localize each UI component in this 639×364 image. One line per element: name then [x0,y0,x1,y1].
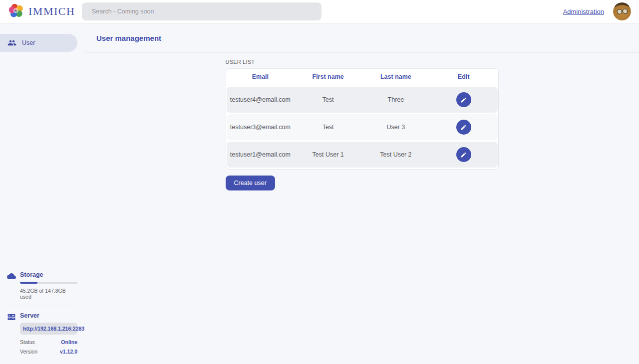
table-row: testuser1@email.com Test User 1 Test Use… [227,142,498,168]
column-header-email: Email [227,73,295,80]
cell-first-name: Test [294,124,362,131]
cell-email: testuser3@email.com [227,124,295,131]
cell-email: testuser4@email.com [227,96,295,103]
server-status-row: Status Online [20,339,77,345]
page-header: User management [85,23,639,53]
users-icon [7,38,16,47]
cell-first-name: Test [294,96,362,103]
server-status-value: Online [61,339,77,345]
server-version-row: Version v1.12.0 [20,349,77,355]
storage-progress-fill [20,282,37,284]
cloud-icon [7,271,16,300]
sidebar-divider [7,306,77,306]
column-header-edit: Edit [430,73,498,80]
storage-title: Storage [20,271,77,278]
user-table: Email First name Last name Edit testuser… [226,68,499,170]
sidebar: User Storage 45.2GB of 147.8GB used [0,23,85,364]
immich-flower-logo-icon [8,2,24,21]
create-user-button[interactable]: Create user [226,176,275,190]
server-section: Server http://192.168.1.216:2283 Status … [0,312,85,358]
table-header-row: Email First name Last name Edit [227,69,498,85]
app-header: IMMICH Administration [0,0,639,23]
server-version-value: v1.12.0 [60,349,77,355]
pencil-icon [460,152,467,158]
server-status-label: Status [20,339,35,345]
cell-email: testuser1@email.com [227,151,295,158]
administration-link[interactable]: Administration [563,8,604,15]
table-row: testuser3@email.com Test User 3 [227,114,498,140]
main-content: User management USER LIST Email First na… [85,23,639,364]
page-title: User management [96,34,161,42]
pencil-icon [460,97,467,103]
pencil-icon [460,124,467,131]
app-logo-text: IMMICH [28,5,75,18]
sidebar-footer: Storage 45.2GB of 147.8GB used [0,271,85,358]
storage-section: Storage 45.2GB of 147.8GB used [0,271,85,300]
sidebar-item-user[interactable]: User [0,34,77,52]
edit-user-button[interactable] [456,120,471,135]
server-icon [7,312,16,358]
cell-first-name: Test User 1 [294,151,362,158]
server-title: Server [20,312,77,319]
cell-last-name: Three [362,96,430,103]
storage-usage-text: 45.2GB of 147.8GB used [20,288,77,300]
storage-progress-bar [20,282,77,284]
edit-user-button[interactable] [456,147,471,162]
table-row: testuser4@email.com Test Three [227,87,498,113]
search-input[interactable] [82,2,321,20]
cell-last-name: Test User 2 [362,151,430,158]
user-avatar[interactable] [613,2,631,20]
server-url: http://192.168.1.216:2283 [20,323,77,335]
edit-user-button[interactable] [456,92,471,107]
sidebar-nav: User [0,34,85,52]
app-logo: IMMICH [0,2,82,21]
section-title: USER LIST [226,59,499,65]
column-header-first-name: First name [294,73,362,80]
cell-last-name: User 3 [362,124,430,131]
server-version-label: Version [20,349,37,355]
sidebar-item-label: User [22,39,35,46]
column-header-last-name: Last name [362,73,430,80]
